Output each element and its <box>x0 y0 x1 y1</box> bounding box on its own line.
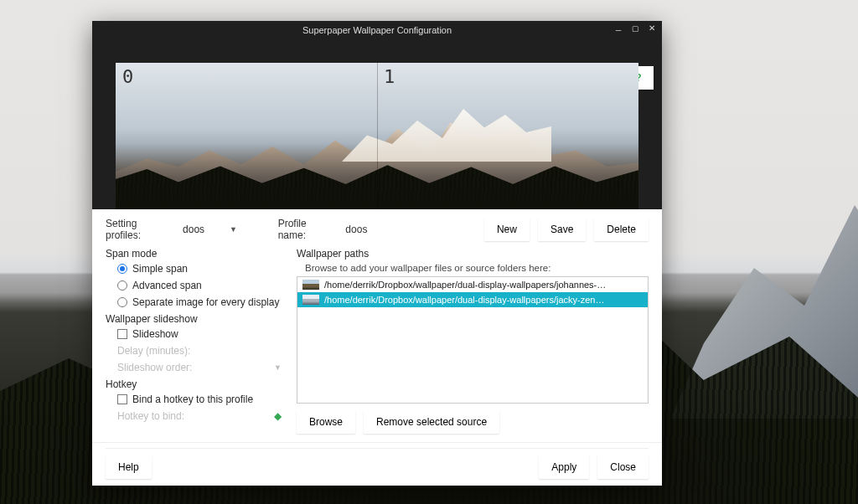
titlebar: Superpaper Wallpaper Configuration <box>92 21 662 39</box>
span-advanced-label: Advanced span <box>132 280 202 291</box>
maximize-button[interactable] <box>630 23 640 33</box>
image-thumbnail-icon <box>302 280 319 290</box>
monitor-label-1: 1 <box>384 66 395 87</box>
profile-select[interactable]: doos ▼ <box>179 221 255 239</box>
new-profile-button[interactable]: New <box>484 218 530 241</box>
image-thumbnail-icon <box>302 295 319 305</box>
footer-bar: Help Apply Close <box>106 448 649 479</box>
slideshow-order-label: Slideshow order: <box>117 362 192 373</box>
delay-label: Delay (minutes): <box>117 345 190 357</box>
help-button[interactable]: Help <box>106 455 152 479</box>
span-mode-label: Span mode <box>106 248 282 260</box>
slideshow-order-select: ▼ <box>274 363 282 372</box>
span-simple-label: Simple span <box>132 263 188 275</box>
delete-profile-button[interactable]: Delete <box>594 218 649 241</box>
window-controls <box>613 23 657 33</box>
profile-name-label: Profile name: <box>278 218 334 241</box>
path-text: /home/derrik/Dropbox/wallpaper/dual-disp… <box>324 280 606 290</box>
slideshow-checkbox[interactable]: Slideshow <box>106 327 282 342</box>
setting-profiles-label: Setting profiles: <box>106 218 171 241</box>
window-title: Superpaper Wallpaper Configuration <box>302 25 452 35</box>
close-button[interactable]: Close <box>597 455 649 479</box>
hotkey-checkbox-label: Bind a hotkey to this profile <box>132 393 253 405</box>
preview-area: ? 0 1 <box>92 39 662 209</box>
close-window-button[interactable] <box>647 23 657 33</box>
chevron-down-icon: ▼ <box>230 225 237 234</box>
hotkey-hint-icon[interactable]: ◆ <box>274 410 282 422</box>
hotkey-checkbox[interactable]: Bind a hotkey to this profile <box>106 392 282 407</box>
path-list-item[interactable]: /home/derrik/Dropbox/wallpaper/dual-disp… <box>297 277 648 292</box>
radio-icon <box>117 264 127 274</box>
save-profile-button[interactable]: Save <box>538 218 586 241</box>
span-simple-radio[interactable]: Simple span <box>106 261 282 276</box>
left-column: Span mode Simple span Advanced span Sepa… <box>106 246 282 434</box>
footer-separator <box>92 442 662 443</box>
radio-icon <box>117 297 127 307</box>
radio-icon <box>117 280 127 291</box>
span-advanced-radio[interactable]: Advanced span <box>106 278 282 293</box>
profiles-row: Setting profiles: doos ▼ Profile name: N… <box>106 218 649 241</box>
footer-right: Apply Close <box>539 455 649 479</box>
browse-button[interactable]: Browse <box>297 410 355 434</box>
minimize-button[interactable] <box>613 23 623 33</box>
delay-row: Delay (minutes): <box>106 343 282 358</box>
wallpaper-paths-label: Wallpaper paths <box>297 248 649 260</box>
span-separate-label: Separate image for every display <box>132 296 279 308</box>
main-columns: Span mode Simple span Advanced span Sepa… <box>106 246 649 434</box>
wallpaper-path-list[interactable]: /home/derrik/Dropbox/wallpaper/dual-disp… <box>297 276 649 404</box>
content-panel: Setting profiles: doos ▼ Profile name: N… <box>92 209 662 486</box>
checkbox-icon <box>117 394 127 404</box>
wallpaper-paths-hint: Browse to add your wallpaper files or so… <box>297 263 649 273</box>
profile-select-value: doos <box>183 224 204 235</box>
chevron-down-icon: ▼ <box>274 363 282 372</box>
path-actions: Browse Remove selected source <box>297 407 649 434</box>
preview-snowcaps <box>342 103 551 162</box>
slideshow-checkbox-label: Slideshow <box>132 328 178 340</box>
slideshow-group-label: Wallpaper slideshow <box>106 313 282 325</box>
right-column: Wallpaper paths Browse to add your wallp… <box>297 246 649 434</box>
slideshow-order-row: Slideshow order: ▼ <box>106 360 282 375</box>
checkbox-icon <box>117 329 127 339</box>
profile-name-input[interactable] <box>342 221 468 238</box>
span-separate-radio[interactable]: Separate image for every display <box>106 295 282 310</box>
app-window: Superpaper Wallpaper Configuration ? 0 1… <box>92 21 662 486</box>
hotkey-bind-label: Hotkey to bind: <box>117 410 184 422</box>
apply-button[interactable]: Apply <box>539 455 589 479</box>
remove-source-button[interactable]: Remove selected source <box>364 410 499 434</box>
monitor-label-0: 0 <box>122 66 133 87</box>
path-list-item[interactable]: /home/derrik/Dropbox/wallpaper/dual-disp… <box>297 292 648 307</box>
monitor-divider <box>377 63 378 209</box>
hotkey-bind-row: Hotkey to bind: ◆ <box>106 409 282 424</box>
wallpaper-preview: 0 1 <box>116 63 638 209</box>
hotkey-group-label: Hotkey <box>106 378 282 390</box>
path-text: /home/derrik/Dropbox/wallpaper/dual-disp… <box>324 295 604 305</box>
